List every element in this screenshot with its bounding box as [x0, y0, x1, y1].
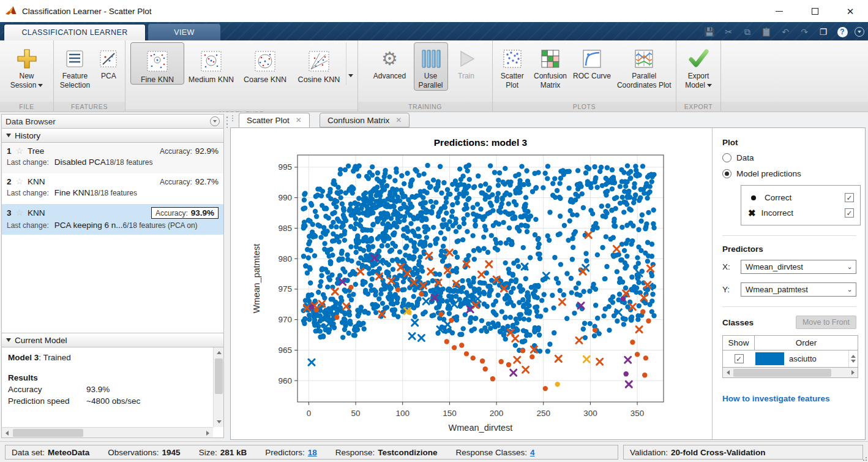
svg-text:300: 300 — [583, 409, 597, 418]
svg-text:200: 200 — [490, 409, 504, 418]
model-fine-knn-button[interactable]: Fine KNN — [130, 42, 184, 85]
scrollbar-thumb[interactable] — [13, 429, 83, 437]
scroll-left-button[interactable] — [2, 428, 12, 438]
scatter-plot-figure[interactable]: 0501001502002503003509609659709759809859… — [231, 128, 712, 439]
button-label: Scatter — [501, 72, 524, 80]
last-change-value: PCA keeping 6 n... — [54, 221, 123, 230]
tab-view[interactable]: VIEW — [148, 24, 220, 40]
confusion-matrix-icon — [540, 46, 561, 72]
radio-data[interactable]: Data — [722, 153, 856, 162]
correct-marker-icon — [751, 195, 756, 200]
incorrect-checkbox[interactable]: ✓ — [845, 208, 854, 218]
star-icon[interactable]: ☆ — [16, 176, 24, 186]
vertical-scrollbar[interactable] — [213, 347, 223, 427]
window-layout-icon[interactable]: ❐ — [817, 25, 830, 39]
status-value: Testcondizione — [378, 448, 437, 457]
save-icon[interactable]: 💾 — [703, 25, 716, 39]
status-bar: Data set:MeteoData Observations:1945 Siz… — [0, 441, 868, 462]
star-icon[interactable]: ☆ — [16, 208, 24, 218]
resize-grip-icon[interactable] — [861, 455, 867, 461]
button-label: New — [19, 72, 34, 80]
history-item-2[interactable]: 2 ☆ KNN Accuracy: 92.7% Last change: Fin… — [2, 173, 223, 204]
model-medium-knn-button[interactable]: Medium KNN — [184, 42, 238, 85]
button-label: Cosine KNN — [298, 75, 340, 84]
scroll-right-button[interactable] — [848, 368, 858, 377]
ribbon-group-model-type: Fine KNN Medium KNN — [125, 40, 358, 112]
ribbon-group-features: Feature Selection PCA FEATURES — [54, 40, 125, 112]
model-cosine-knn-button[interactable]: Cosine KNN — [292, 42, 346, 85]
star-icon[interactable]: ☆ — [16, 146, 24, 156]
button-label: Use — [424, 72, 437, 80]
advanced-gear-icon: ⚙ — [381, 46, 398, 72]
close-button[interactable]: ✕ — [832, 0, 868, 22]
copy-icon[interactable]: ⧉ — [741, 25, 754, 39]
parallel-coordinates-button[interactable]: Parallel Coordinates Plot — [615, 42, 673, 91]
paste-icon[interactable]: 📋 — [760, 25, 773, 39]
x-predictor-select[interactable]: Wmean_dirvtest ⌄ — [741, 260, 856, 274]
model-name: Model 3 — [8, 353, 39, 362]
ribbon-group-training: ⚙ Advanced Use Parallel Train TRAINING — [358, 40, 493, 112]
how-to-investigate-link[interactable]: How to investigate features — [722, 394, 856, 403]
correct-checkbox[interactable]: ✓ — [845, 193, 854, 202]
roc-curve-button[interactable]: ROC Curve — [572, 42, 613, 81]
radio-label: Data — [736, 153, 754, 162]
model-index: 3 — [7, 208, 12, 218]
classes-heading: Classes — [722, 318, 754, 327]
gallery-dropdown-button[interactable] — [346, 42, 355, 109]
feature-selection-button[interactable]: Feature Selection — [56, 42, 94, 91]
radio-model-predictions[interactable]: Model predictions — [722, 169, 856, 178]
last-change-value: Disabled PCA — [54, 157, 106, 167]
maximize-button[interactable] — [797, 0, 832, 22]
radio-unselected-icon — [722, 153, 731, 162]
use-parallel-button[interactable]: Use Parallel — [414, 42, 448, 91]
ribbon-group-file: New Session FILE — [0, 40, 54, 112]
svg-text:Wmean_patmtest: Wmean_patmtest — [252, 244, 261, 314]
tab-confusion-matrix[interactable]: Confusion Matrix ✕ — [320, 113, 410, 127]
pca-button[interactable]: PCA — [95, 42, 122, 81]
status-value: 281 kB — [220, 448, 247, 457]
scatter-plot-button[interactable]: Scatter Plot — [495, 42, 529, 91]
class-row-asciutto[interactable]: ✓ asciutto — [723, 350, 858, 367]
scrollbar-thumb[interactable] — [215, 358, 223, 394]
model-coarse-knn-button[interactable]: Coarse KNN — [238, 42, 292, 85]
panel-menu-icon[interactable] — [210, 116, 220, 126]
history-section-header[interactable]: History — [1, 129, 224, 143]
tab-bar-grip[interactable] — [230, 114, 234, 126]
help-icon[interactable]: ? — [836, 25, 849, 39]
close-tab-icon[interactable]: ✕ — [395, 116, 402, 124]
scroll-down-button[interactable] — [214, 417, 224, 427]
current-model-section-header[interactable]: Current Model — [1, 333, 224, 347]
confusion-matrix-button[interactable]: Confusion Matrix — [531, 42, 569, 91]
undo-icon[interactable]: ↶ — [779, 25, 792, 39]
classes-horizontal-scrollbar[interactable] — [723, 367, 858, 377]
y-predictor-select[interactable]: Wmean_patmtest ⌄ — [741, 282, 856, 297]
cut-icon[interactable]: ✂ — [722, 25, 735, 39]
scroll-right-button[interactable] — [203, 428, 213, 438]
close-tab-icon[interactable]: ✕ — [296, 116, 302, 124]
tab-scatter-plot[interactable]: Scatter Plot ✕ — [239, 113, 310, 127]
status-label: Predictors: — [265, 448, 305, 457]
horizontal-scrollbar[interactable] — [2, 427, 213, 437]
scroll-up-button[interactable] — [214, 347, 224, 358]
tab-label: Confusion Matrix — [327, 116, 389, 125]
button-label: PCA — [101, 72, 116, 81]
minimize-button[interactable] — [761, 0, 797, 22]
main-area: Data Browser History 1 ☆ Tree Accuracy: … — [0, 112, 868, 441]
history-item-3-selected[interactable]: 3 ☆ KNN Accuracy: 93.9% Last change: PCA… — [2, 204, 223, 235]
history-item-1[interactable]: 1 ☆ Tree Accuracy: 92.9% Last change: Di… — [2, 143, 223, 173]
predictors-link[interactable]: 18 — [308, 448, 317, 457]
panel-splitter[interactable] — [225, 114, 230, 440]
show-column-header: Show — [723, 336, 755, 350]
plot-heading: Plot — [722, 138, 856, 147]
order-spinner[interactable] — [848, 350, 858, 367]
tab-classification-learner[interactable]: CLASSIFICATION LEARNER — [4, 24, 146, 40]
export-model-button[interactable]: Export Model — [679, 42, 717, 91]
new-session-button[interactable]: New Session — [4, 42, 50, 91]
toolbar-dropdown-icon[interactable] — [855, 27, 864, 37]
redo-icon[interactable]: ↷ — [798, 25, 811, 39]
advanced-button[interactable]: ⚙ Advanced — [370, 42, 410, 81]
show-class-checkbox[interactable]: ✓ — [735, 354, 744, 363]
response-classes-link[interactable]: 4 — [530, 448, 535, 457]
scroll-left-button[interactable] — [723, 368, 733, 377]
scrollbar-thumb[interactable] — [733, 369, 831, 377]
